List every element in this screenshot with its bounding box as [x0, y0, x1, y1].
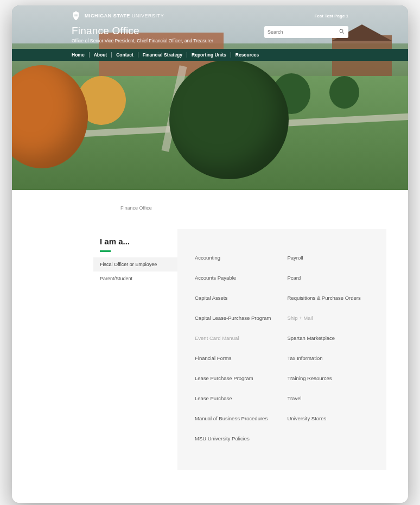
nav-item-reporting-units[interactable]: Reporting Units	[187, 52, 231, 58]
nav-item-home[interactable]: Home	[72, 52, 90, 58]
link-accounts-payable[interactable]: Accounts Payable	[195, 268, 277, 288]
main-nav: Home About Contact Financial Strategy Re…	[12, 49, 408, 61]
site-title-block: Finance Office Office of Senior Vice Pre…	[72, 25, 213, 43]
svg-line-1	[343, 33, 345, 34]
links-col-1: Accounting Accounts Payable Capital Asse…	[195, 248, 277, 449]
link-lease-purchase[interactable]: Lease Purchase	[195, 388, 277, 408]
links-col-2: Payroll Pcard Requisitions & Purchase Or…	[288, 248, 370, 449]
search-input[interactable]	[268, 29, 339, 35]
sidebar: I am a... Fiscal Officer or Employee Par…	[93, 229, 177, 470]
spartan-helmet-icon	[72, 11, 80, 21]
nav-item-contact[interactable]: Contact	[112, 52, 138, 58]
link-ship-mail[interactable]: Ship + Mail	[288, 308, 370, 328]
link-capital-lease-purchase-program[interactable]: Capital Lease-Purchase Program	[195, 308, 277, 328]
nav-list: Home About Contact Financial Strategy Re…	[72, 52, 348, 58]
search-box[interactable]	[264, 26, 348, 38]
svg-point-0	[340, 29, 343, 33]
page-window: MICHIGAN STATE UNIVERSITY Feat Test Page…	[12, 5, 408, 503]
link-training-resources[interactable]: Training Resources	[288, 368, 370, 388]
link-payroll[interactable]: Payroll	[288, 248, 370, 268]
feature-label[interactable]: Feat Test Page 1	[314, 14, 348, 18]
nav-item-resources[interactable]: Resources	[231, 52, 263, 58]
link-university-stores[interactable]: University Stores	[288, 408, 370, 428]
site-title[interactable]: Finance Office	[72, 25, 213, 37]
breadcrumb[interactable]: Finance Office	[12, 205, 408, 211]
sidebar-item-parent-student[interactable]: Parent/Student	[93, 272, 177, 286]
link-pcard[interactable]: Pcard	[288, 268, 370, 288]
content-area: Finance Office I am a... Fiscal Officer …	[12, 190, 408, 503]
link-capital-assets[interactable]: Capital Assets	[195, 288, 277, 308]
sidebar-item-fiscal-officer[interactable]: Fiscal Officer or Employee	[93, 257, 177, 272]
link-spartan-marketplace[interactable]: Spartan Marketplace	[288, 328, 370, 348]
link-msu-university-policies[interactable]: MSU University Policies	[195, 428, 277, 449]
link-requisitions-purchase-orders[interactable]: Requisitions & Purchase Orders	[288, 288, 370, 308]
accent-bar	[100, 250, 111, 252]
link-tax-information[interactable]: Tax Information	[288, 348, 370, 368]
sidebar-title: I am a...	[93, 229, 177, 250]
links-panel: Accounting Accounts Payable Capital Asse…	[177, 229, 386, 470]
site-subtitle: Office of Senior Vice President, Chief F…	[72, 38, 213, 43]
link-manual-business-procedures[interactable]: Manual of Business Procedures	[195, 408, 277, 428]
search-icon[interactable]	[339, 27, 345, 37]
link-financial-forms[interactable]: Financial Forms	[195, 348, 277, 368]
link-lease-purchase-program[interactable]: Lease Purchase Program	[195, 368, 277, 388]
nav-item-financial-strategy[interactable]: Financial Strategy	[138, 52, 187, 58]
university-topbar: MICHIGAN STATE UNIVERSITY Feat Test Page…	[12, 5, 408, 23]
link-event-card-manual[interactable]: Event Card Manual	[195, 328, 277, 348]
nav-item-about[interactable]: About	[90, 52, 112, 58]
university-name[interactable]: MICHIGAN STATE UNIVERSITY	[85, 13, 164, 18]
hero-banner: MICHIGAN STATE UNIVERSITY Feat Test Page…	[12, 5, 408, 190]
link-accounting[interactable]: Accounting	[195, 248, 277, 268]
link-travel[interactable]: Travel	[288, 388, 370, 408]
